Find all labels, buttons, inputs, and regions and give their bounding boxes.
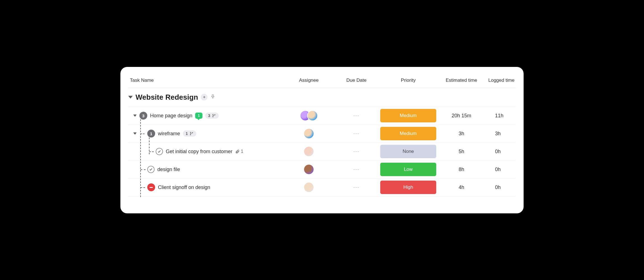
svg-point-3 [190,132,191,133]
avatar[interactable] [304,128,314,139]
column-header-assignee: Assignee [285,78,333,83]
column-header-row: Task Name Assignee Due Date Priority Est… [128,74,516,88]
task-name-cell: Get initial copy from customer 1 [128,148,285,155]
estimated-time-cell[interactable]: 4h [436,185,487,190]
priority-cell[interactable]: High [380,181,436,194]
logged-time-cell[interactable]: 0h [487,185,529,190]
svg-point-0 [213,114,213,115]
paperclip-icon [235,149,240,154]
subtask-pill-count: 1 [186,131,188,136]
task-tree: 3 Home page design 1 3 --- Medium 20h 15… [128,107,516,197]
comment-count-badge[interactable]: 1 [195,113,202,119]
task-row[interactable]: Get initial copy from customer 1 --- Non… [128,143,516,161]
logged-time-cell[interactable]: 3h [487,131,529,137]
column-header-estimated: Estimated time [436,78,487,83]
task-row[interactable]: design file --- Low 8h 0h [128,161,516,179]
column-header-duedate: Due Date [333,78,380,83]
avatar[interactable] [304,182,314,193]
avatar[interactable] [307,110,318,121]
check-icon [149,167,153,171]
avatar[interactable] [304,146,314,157]
assignee-cell[interactable] [285,182,333,193]
estimated-time-cell[interactable]: 8h [436,167,487,172]
attachment-count: 1 [241,149,243,154]
column-header-taskname: Task Name [128,78,285,83]
attachment-badge[interactable]: 1 [235,149,243,154]
task-collapse-caret-icon[interactable] [133,115,137,117]
branch-icon [212,114,216,118]
logged-time-cell[interactable]: 0h [487,167,529,172]
assignee-cell[interactable] [285,128,333,139]
assignee-cell[interactable] [285,146,333,157]
task-title[interactable]: wireframe [158,131,180,137]
logged-time-cell[interactable]: 11h [487,113,529,119]
branch-icon [190,132,193,136]
priority-cell[interactable]: Low [380,163,436,176]
task-blocked-icon[interactable] [147,183,155,191]
task-title[interactable]: design file [157,167,180,172]
task-status-circle[interactable] [147,166,155,173]
due-date-cell[interactable]: --- [333,185,380,190]
task-title[interactable]: Client signoff on design [158,185,210,190]
subtask-count-badge[interactable]: 3 [139,112,147,120]
pin-icon[interactable] [210,94,215,100]
column-header-logged: Logged time [487,78,529,83]
logged-time-cell[interactable]: 0h [487,149,529,155]
task-title[interactable]: Get initial copy from customer [166,149,232,155]
due-date-cell[interactable]: --- [333,149,380,154]
svg-point-4 [190,134,191,135]
subtask-pill[interactable]: 1 [183,130,196,137]
priority-badge: Medium [380,109,436,122]
due-date-cell[interactable]: --- [333,167,380,172]
task-title[interactable]: Home page design [150,113,192,119]
task-name-cell: Client signoff on design [128,183,285,191]
section-title[interactable]: Website Redesign [136,93,198,102]
priority-badge: High [380,181,436,194]
column-header-priority: Priority [380,78,436,83]
priority-badge: Low [380,163,436,176]
task-row[interactable]: 1 wireframe 1 --- Medium 3h 3h [128,125,516,143]
estimated-time-cell[interactable]: 5h [436,149,487,155]
priority-badge: Medium [380,127,436,140]
add-task-button[interactable]: + [201,94,207,101]
svg-point-1 [213,116,213,117]
priority-cell[interactable]: None [380,145,436,158]
due-date-cell[interactable]: --- [333,113,380,118]
tree-connector-line [141,134,144,134]
priority-badge: None [380,145,436,158]
subtask-pill[interactable]: 3 [205,113,219,119]
tree-connector-line [149,151,154,152]
task-name-cell: 3 Home page design 1 3 [128,112,285,120]
estimated-time-cell[interactable]: 3h [436,131,487,137]
subtask-pill-count: 3 [208,113,210,118]
priority-cell[interactable]: Medium [380,127,436,140]
task-collapse-caret-icon[interactable] [133,132,137,135]
section-header: Website Redesign + [128,88,516,107]
tree-connector-line [141,169,146,170]
avatar-stack [300,110,318,121]
task-row[interactable]: 3 Home page design 1 3 --- Medium 20h 15… [128,107,516,125]
check-icon [157,150,161,153]
task-status-circle[interactable] [156,148,163,155]
assignee-cell[interactable] [285,110,333,121]
task-row[interactable]: Client signoff on design --- High 4h 0h [128,179,516,197]
task-list-card: Task Name Assignee Due Date Priority Est… [120,67,524,213]
section-collapse-caret-icon[interactable] [128,96,133,99]
due-date-cell[interactable]: --- [333,131,380,136]
priority-cell[interactable]: Medium [380,109,436,122]
tree-connector-line [141,187,145,188]
estimated-time-cell[interactable]: 20h 15m [436,113,487,119]
assignee-cell[interactable] [285,164,333,175]
task-name-cell: 1 wireframe 1 [128,130,285,137]
task-name-cell: design file [128,166,285,173]
avatar[interactable] [304,164,314,175]
subtask-count-badge[interactable]: 1 [147,130,155,137]
